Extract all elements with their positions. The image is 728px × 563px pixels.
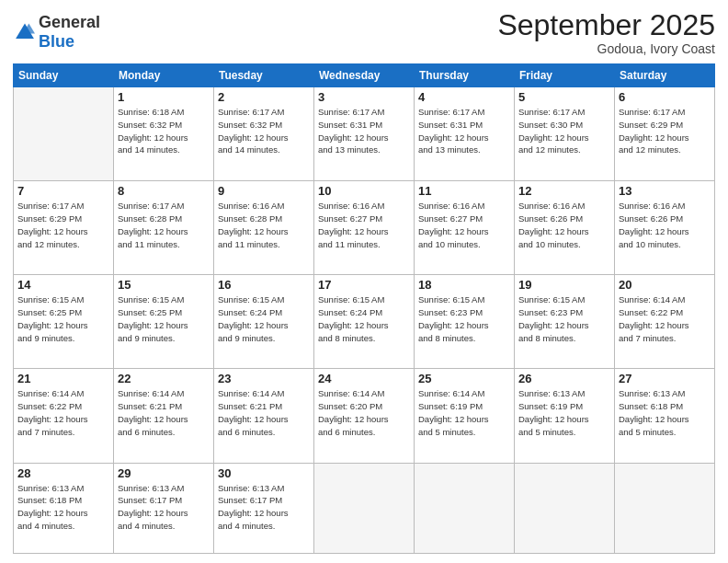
day-info: Sunrise: 6:15 AMSunset: 6:24 PMDaylight:… — [218, 293, 310, 344]
day-number: 17 — [318, 278, 410, 292]
col-thursday: Thursday — [415, 64, 515, 87]
day-number: 10 — [318, 184, 410, 198]
day-number: 3 — [318, 90, 410, 104]
calendar-cell: 9Sunrise: 6:16 AMSunset: 6:28 PMDaylight… — [214, 181, 314, 275]
calendar-cell: 28Sunrise: 6:13 AMSunset: 6:18 PMDayligh… — [14, 463, 114, 553]
day-info: Sunrise: 6:15 AMSunset: 6:25 PMDaylight:… — [17, 293, 109, 344]
calendar-cell: 15Sunrise: 6:15 AMSunset: 6:25 PMDayligh… — [114, 275, 214, 369]
day-number: 18 — [418, 278, 510, 292]
col-saturday: Saturday — [615, 64, 715, 87]
calendar-cell — [415, 463, 515, 553]
calendar-cell: 13Sunrise: 6:16 AMSunset: 6:26 PMDayligh… — [615, 181, 715, 275]
col-monday: Monday — [114, 64, 214, 87]
day-number: 11 — [418, 184, 510, 198]
calendar-cell: 20Sunrise: 6:14 AMSunset: 6:22 PMDayligh… — [615, 275, 715, 369]
calendar-cell: 21Sunrise: 6:14 AMSunset: 6:22 PMDayligh… — [14, 369, 114, 463]
day-number: 21 — [17, 372, 109, 385]
day-info: Sunrise: 6:13 AMSunset: 6:18 PMDaylight:… — [619, 387, 711, 438]
calendar-cell: 27Sunrise: 6:13 AMSunset: 6:18 PMDayligh… — [615, 369, 715, 463]
day-number: 8 — [118, 184, 210, 198]
day-number: 24 — [318, 372, 410, 385]
calendar-cell: 14Sunrise: 6:15 AMSunset: 6:25 PMDayligh… — [14, 275, 114, 369]
day-info: Sunrise: 6:14 AMSunset: 6:22 PMDaylight:… — [17, 387, 109, 438]
day-info: Sunrise: 6:15 AMSunset: 6:23 PMDaylight:… — [518, 293, 610, 344]
day-number: 23 — [218, 372, 310, 385]
day-info: Sunrise: 6:17 AMSunset: 6:31 PMDaylight:… — [418, 106, 510, 156]
day-info: Sunrise: 6:16 AMSunset: 6:27 PMDaylight:… — [318, 200, 410, 250]
calendar-cell: 6Sunrise: 6:17 AMSunset: 6:29 PMDaylight… — [615, 87, 715, 181]
week-row-4: 21Sunrise: 6:14 AMSunset: 6:22 PMDayligh… — [14, 369, 715, 463]
calendar-table: Sunday Monday Tuesday Wednesday Thursday… — [13, 63, 715, 554]
calendar-cell: 12Sunrise: 6:16 AMSunset: 6:26 PMDayligh… — [515, 181, 615, 275]
header: General Blue September 2025 Godoua, Ivor… — [13, 9, 715, 56]
col-wednesday: Wednesday — [314, 64, 415, 87]
day-info: Sunrise: 6:17 AMSunset: 6:29 PMDaylight:… — [619, 106, 711, 156]
day-number: 28 — [17, 466, 109, 480]
day-number: 15 — [118, 278, 210, 292]
day-info: Sunrise: 6:15 AMSunset: 6:25 PMDaylight:… — [118, 293, 210, 344]
calendar-cell: 8Sunrise: 6:17 AMSunset: 6:28 PMDaylight… — [114, 181, 214, 275]
day-info: Sunrise: 6:13 AMSunset: 6:17 PMDaylight:… — [118, 482, 210, 533]
calendar-cell — [615, 463, 715, 553]
location: Godoua, Ivory Coast — [497, 41, 715, 56]
day-number: 1 — [118, 90, 210, 104]
calendar-cell: 26Sunrise: 6:13 AMSunset: 6:19 PMDayligh… — [515, 369, 615, 463]
calendar-cell: 30Sunrise: 6:13 AMSunset: 6:17 PMDayligh… — [214, 463, 314, 553]
day-number: 4 — [418, 90, 510, 104]
day-number: 27 — [619, 372, 711, 385]
calendar-cell: 17Sunrise: 6:15 AMSunset: 6:24 PMDayligh… — [314, 275, 415, 369]
calendar-cell: 7Sunrise: 6:17 AMSunset: 6:29 PMDaylight… — [14, 181, 114, 275]
day-number: 9 — [218, 184, 310, 198]
calendar-cell: 10Sunrise: 6:16 AMSunset: 6:27 PMDayligh… — [314, 181, 415, 275]
calendar-cell: 24Sunrise: 6:14 AMSunset: 6:20 PMDayligh… — [314, 369, 415, 463]
day-number: 13 — [619, 184, 711, 198]
logo-blue-text: Blue — [39, 32, 74, 51]
page: General Blue September 2025 Godoua, Ivor… — [0, 0, 728, 563]
day-number: 29 — [118, 466, 210, 480]
day-number: 6 — [619, 90, 711, 104]
week-row-5: 28Sunrise: 6:13 AMSunset: 6:18 PMDayligh… — [14, 463, 715, 553]
calendar-cell: 29Sunrise: 6:13 AMSunset: 6:17 PMDayligh… — [114, 463, 214, 553]
calendar-cell: 1Sunrise: 6:18 AMSunset: 6:32 PMDaylight… — [114, 87, 214, 181]
day-info: Sunrise: 6:16 AMSunset: 6:28 PMDaylight:… — [218, 200, 310, 250]
day-info: Sunrise: 6:16 AMSunset: 6:27 PMDaylight:… — [418, 200, 510, 250]
day-info: Sunrise: 6:18 AMSunset: 6:32 PMDaylight:… — [118, 106, 210, 156]
day-number: 16 — [218, 278, 310, 292]
day-info: Sunrise: 6:13 AMSunset: 6:19 PMDaylight:… — [518, 387, 610, 438]
day-number: 14 — [17, 278, 109, 292]
col-tuesday: Tuesday — [214, 64, 314, 87]
day-info: Sunrise: 6:13 AMSunset: 6:17 PMDaylight:… — [218, 482, 310, 533]
logo-icon — [15, 21, 35, 41]
month-title: September 2025 — [497, 9, 715, 41]
week-row-3: 14Sunrise: 6:15 AMSunset: 6:25 PMDayligh… — [14, 275, 715, 369]
day-info: Sunrise: 6:17 AMSunset: 6:31 PMDaylight:… — [318, 106, 410, 156]
calendar-cell: 22Sunrise: 6:14 AMSunset: 6:21 PMDayligh… — [114, 369, 214, 463]
calendar-cell: 3Sunrise: 6:17 AMSunset: 6:31 PMDaylight… — [314, 87, 415, 181]
calendar-cell: 19Sunrise: 6:15 AMSunset: 6:23 PMDayligh… — [515, 275, 615, 369]
title-block: September 2025 Godoua, Ivory Coast — [497, 9, 715, 56]
calendar-header-row: Sunday Monday Tuesday Wednesday Thursday… — [14, 64, 715, 87]
day-number: 25 — [418, 372, 510, 385]
calendar-cell: 25Sunrise: 6:14 AMSunset: 6:19 PMDayligh… — [415, 369, 515, 463]
calendar-cell: 2Sunrise: 6:17 AMSunset: 6:32 PMDaylight… — [214, 87, 314, 181]
day-info: Sunrise: 6:14 AMSunset: 6:22 PMDaylight:… — [619, 293, 711, 344]
calendar-cell: 23Sunrise: 6:14 AMSunset: 6:21 PMDayligh… — [214, 369, 314, 463]
week-row-1: 1Sunrise: 6:18 AMSunset: 6:32 PMDaylight… — [14, 87, 715, 181]
day-number: 2 — [218, 90, 310, 104]
day-number: 19 — [518, 278, 610, 292]
calendar-cell — [515, 463, 615, 553]
calendar-cell — [314, 463, 415, 553]
day-info: Sunrise: 6:17 AMSunset: 6:29 PMDaylight:… — [17, 200, 109, 250]
day-info: Sunrise: 6:14 AMSunset: 6:21 PMDaylight:… — [118, 387, 210, 438]
day-info: Sunrise: 6:16 AMSunset: 6:26 PMDaylight:… — [518, 200, 610, 250]
day-info: Sunrise: 6:15 AMSunset: 6:23 PMDaylight:… — [418, 293, 510, 344]
calendar-cell: 11Sunrise: 6:16 AMSunset: 6:27 PMDayligh… — [415, 181, 515, 275]
col-sunday: Sunday — [14, 64, 114, 87]
day-number: 5 — [518, 90, 610, 104]
day-info: Sunrise: 6:14 AMSunset: 6:19 PMDaylight:… — [418, 387, 510, 438]
day-number: 12 — [518, 184, 610, 198]
day-info: Sunrise: 6:14 AMSunset: 6:20 PMDaylight:… — [318, 387, 410, 438]
day-number: 7 — [17, 184, 109, 198]
logo: General Blue — [13, 13, 100, 52]
day-number: 26 — [518, 372, 610, 385]
